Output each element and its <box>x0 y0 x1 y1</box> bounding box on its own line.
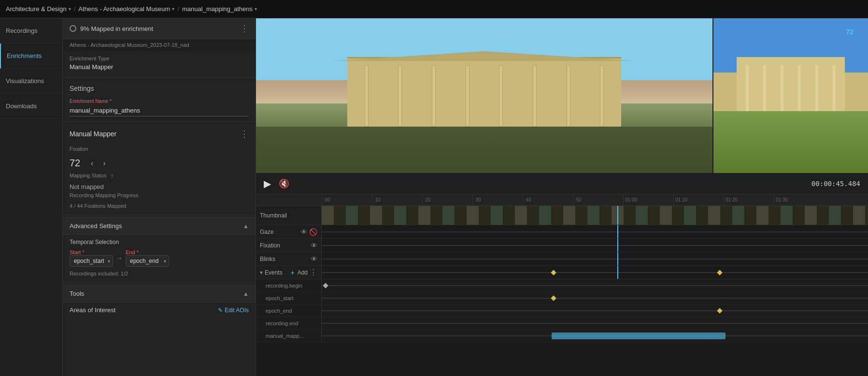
sub-event-epoch-end: epoch_end <box>256 304 868 317</box>
breadcrumb-label-1: Architecture & Design <box>6 5 67 13</box>
start-select[interactable]: epoch_start <box>70 255 113 267</box>
sidebar-item-recordings[interactable]: Recordings <box>0 18 62 43</box>
fixation-label: Fixation <box>70 146 88 152</box>
sidebar-item-enrichments[interactable]: Enrichments <box>0 43 62 69</box>
blinks-eye-icon[interactable]: 👁 <box>311 255 317 263</box>
end-field-label: End * <box>126 249 169 255</box>
fixation-eye-icon[interactable]: 👁 <box>311 242 317 249</box>
prev-fixation-button[interactable]: ‹ <box>88 158 96 169</box>
gaze-eye-icon[interactable]: 👁 <box>300 228 307 236</box>
track-label-events: ▾ Events + Add ⋮ <box>256 266 322 279</box>
settings-panel: 9% Mapped in enrichment ⋮ Athens - Archa… <box>63 18 256 376</box>
gaze-content[interactable] <box>322 225 868 238</box>
temporal-selection-label: Temporal Selection <box>63 235 256 247</box>
video-area: 72 <box>256 18 868 173</box>
track-fixation: Fixation 👁 <box>256 239 868 252</box>
breadcrumb-museum[interactable]: Athens - Archaeological Museum ▾ <box>78 5 174 13</box>
breadcrumb-mapping[interactable]: manual_mapping_athens ▾ <box>182 5 257 13</box>
sub-event-content-recording-begin[interactable] <box>322 279 868 291</box>
main-layout: Recordings Enrichments Visualizations Do… <box>0 18 868 376</box>
recordings-included: Recordings included: 1/2 <box>63 269 256 280</box>
advanced-settings-header[interactable]: Advanced Settings ▲ <box>63 217 256 235</box>
sidebar-item-downloads[interactable]: Downloads <box>0 94 62 119</box>
track-thumbnail: Thumbnail <box>256 206 868 225</box>
shadow-overlay <box>256 127 712 173</box>
thumbnail-content[interactable] <box>322 206 868 225</box>
ruler-mark-8: 01:20 <box>724 194 774 205</box>
breadcrumb-label-3: manual_mapping_athens <box>182 5 253 13</box>
start-field-group: Start * epoch_start <box>70 249 113 267</box>
start-select-wrapper: epoch_start <box>70 255 113 267</box>
edit-aoi-button[interactable]: ✎ Edit AOIs <box>218 307 249 314</box>
end-field-group: End * epoch_end <box>126 249 169 267</box>
enrichment-type-section: Enrichment Type Manual Mapper <box>63 51 256 75</box>
end-select[interactable]: epoch_end <box>126 255 169 267</box>
mapper-title: Manual Mapper <box>70 130 236 138</box>
vr-col <box>763 65 766 111</box>
event-diamond-2 <box>717 270 722 275</box>
museum-col <box>533 65 537 127</box>
fixation-number-overlay: 72 <box>846 28 854 36</box>
next-fixation-button[interactable]: › <box>100 158 108 169</box>
events-line <box>322 272 868 273</box>
more-options-icon[interactable]: ⋮ <box>240 23 249 34</box>
right-content: 72 ▶ 🔇 00:00:45.484 :00 :10 :20 :30 <box>256 18 868 376</box>
sub-event-recording-begin: recording.begin <box>256 279 868 292</box>
track-label-blinks: Blinks 👁 <box>256 252 322 265</box>
sub-event-content-manual-mapping[interactable] <box>322 330 868 342</box>
fixation-nav-row: 72 ‹ › <box>63 156 256 171</box>
sub-event-content-recording-end[interactable] <box>322 317 868 329</box>
track-label-thumbnail: Thumbnail <box>256 206 322 225</box>
breadcrumb-architecture[interactable]: Architecture & Design ▾ <box>6 5 71 13</box>
sub-event-content-epoch-end[interactable] <box>322 304 868 317</box>
event-diamond-1 <box>551 270 556 275</box>
arrow-right-icon: → <box>116 254 123 262</box>
recording-begin-diamond <box>323 283 328 288</box>
file-label: Athens - Archaeological Museum_2023-07-1… <box>63 39 256 51</box>
museum-scene-reference: 72 <box>713 18 868 173</box>
sub-event-label-recording-end: recording.end <box>256 317 322 329</box>
tools-header[interactable]: Tools ▲ <box>63 285 256 303</box>
events-content[interactable] <box>322 266 868 279</box>
time-display: 00:00:45.484 <box>811 180 860 188</box>
events-expand-icon[interactable]: ▾ <box>260 269 263 276</box>
timeline-ruler: :00 :10 :20 :30 :40 :50 01:00 01:10 01:2… <box>256 194 868 206</box>
sub-event-content-epoch-start[interactable] <box>322 292 868 304</box>
sidebar-label-recordings: Recordings <box>6 27 38 34</box>
sub-event-label-epoch-start: epoch_start <box>256 292 322 304</box>
vr-col <box>746 65 749 111</box>
ruler-mark-6: 01:00 <box>623 194 673 205</box>
manual-mapper-header: Manual Mapper ⋮ <box>63 124 256 144</box>
ruler-marks: :00 :10 :20 :30 :40 :50 01:00 01:10 01:2… <box>322 194 868 205</box>
enrichment-type-value: Manual Mapper <box>70 63 249 71</box>
fixation-content[interactable] <box>322 239 868 252</box>
vr-building <box>737 57 845 111</box>
events-add-icon[interactable]: + <box>290 269 294 276</box>
recording-begin-label: recording.begin <box>266 283 302 289</box>
museum-scene-main <box>256 18 712 173</box>
sub-event-manual-mapping: manual_mapp... <box>256 330 868 342</box>
video-main <box>256 18 713 173</box>
gaze-eye-closed-icon[interactable]: 🚫 <box>309 228 317 236</box>
track-blinks: Blinks 👁 <box>256 252 868 266</box>
ruler-mark-0: :00 <box>322 194 372 205</box>
chevron-down-icon-3: ▾ <box>255 6 257 12</box>
enrichment-type-label: Enrichment Type <box>70 56 249 61</box>
blinks-content[interactable] <box>322 252 868 265</box>
sidebar-item-visualizations[interactable]: Visualizations <box>0 69 62 94</box>
edit-icon: ✎ <box>218 307 223 314</box>
video-reference: 72 <box>713 18 868 173</box>
mapper-more-icon[interactable]: ⋮ <box>240 129 249 139</box>
status-radio <box>70 25 76 32</box>
mute-button[interactable]: 🔇 <box>279 178 289 189</box>
mapping-bar <box>552 333 726 339</box>
recording-progress-row: Recording Mapping Progress <box>63 191 256 202</box>
epoch-end-label: epoch_end <box>266 308 292 314</box>
events-settings-icon[interactable]: ⋮ <box>310 268 317 277</box>
sidebar-label-visualizations: Visualizations <box>6 77 44 85</box>
controls-bar: ▶ 🔇 00:00:45.484 <box>256 173 868 194</box>
epoch-start-label: epoch_start <box>266 295 293 301</box>
mapping-status-row: Mapping Status ? <box>63 171 256 182</box>
enrichment-name-input[interactable] <box>70 105 249 116</box>
play-button[interactable]: ▶ <box>264 178 271 189</box>
